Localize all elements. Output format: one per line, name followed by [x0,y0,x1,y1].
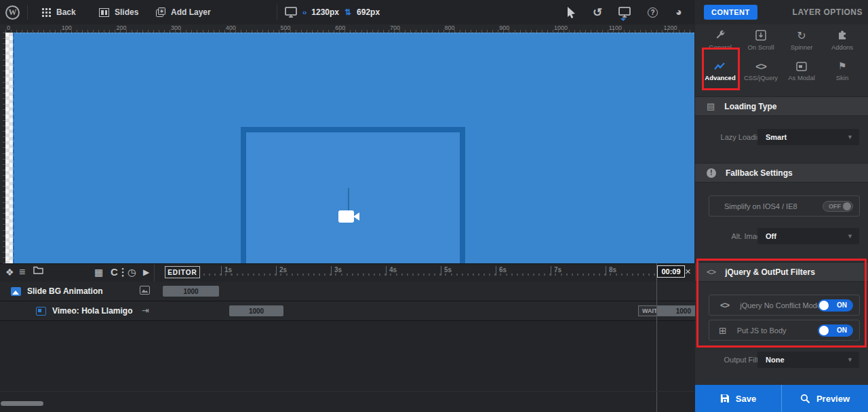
jquery-no-conflict-row: <> jQuery No Conflict Mode ON [709,295,860,316]
panel-header: CONTENT LAYER OPTIONS [695,0,868,24]
folder-icon[interactable] [33,266,43,274]
ruler-number: 900 [499,24,509,31]
play-icon[interactable]: ▶ [143,266,149,278]
timeline-second-label: 1s [221,266,232,276]
slides-icon [99,8,109,17]
ruler-number: 800 [445,24,455,31]
layer-row-label: Vimeo: Hola Llamigo [36,301,132,320]
tab-general[interactable]: General [700,27,741,58]
top-toolbar: W Back Slides Add Layer ‹› 1 [0,0,694,24]
editor-mode-button[interactable]: EDITOR [165,266,200,278]
contrast-button[interactable]: ◕ [675,0,682,24]
tab-label: On Scroll [747,43,774,51]
pointer-tool-button[interactable] [567,0,576,24]
put-js-toggle[interactable]: ON [818,324,853,337]
wordpress-logo-icon[interactable]: W [5,5,20,20]
grid-apps-icon [42,8,51,17]
canvas-height-value[interactable]: 692px [357,7,380,17]
section-fallback-settings[interactable]: ! Fallback Settings [695,163,868,183]
back-label: Back [56,7,76,17]
divider [277,5,277,20]
alt-image-dropdown[interactable]: Off ▼ [757,228,859,244]
layer-options-tab[interactable]: LAYER OPTIONS [793,7,863,17]
toggle-state-label: OFF [829,203,841,210]
stopwatch-icon[interactable]: ◷ [127,266,136,278]
snap-grid-icon[interactable]: ▦ [94,266,103,278]
toggle-knob [819,301,829,310]
panel-footer: Save Preview [695,385,868,412]
tab-on-scroll[interactable]: On Scroll [741,27,781,58]
output-filter-dropdown[interactable]: None ▼ [757,352,859,368]
toggle-state-label: ON [837,326,847,334]
picture-icon[interactable] [140,286,150,295]
code-icon: <> [741,58,781,71]
tab-skin[interactable]: ⚑ Skin [822,58,863,89]
divider [27,5,28,20]
tab-spinner[interactable]: ↻ Spinner [781,27,822,58]
video-camera-icon[interactable] [338,210,354,223]
slider-revolution-editor: W Back Slides Add Layer ‹› 1 [0,0,868,412]
preview-button[interactable]: Preview [782,385,868,412]
monitor-icon[interactable] [285,7,297,18]
tab-addons[interactable]: Addons [822,27,863,58]
save-button[interactable]: Save [695,385,781,412]
slide-content-frame[interactable] [241,127,465,269]
ruler-number: 1100 [609,24,622,31]
tab-label: Skin [836,74,848,81]
duration-bar[interactable]: 1000 [229,305,283,316]
preview-label: Preview [816,394,850,404]
chevron-down-icon: ▼ [847,233,853,240]
divider [0,391,694,392]
section-jquery-output-filters[interactable]: <> jQuery & OutPut Filters [695,262,868,282]
canvas-width-value[interactable]: 1230px [311,7,339,17]
ruler-number: 500 [281,24,291,31]
back-button[interactable]: Back [42,0,76,24]
tab-as-modal[interactable]: As Modal [781,58,822,89]
toggle-knob [843,202,851,210]
content-tab-button[interactable]: CONTENT [704,5,757,20]
timeline-panel: ❖ ≡ ▦ C⋮ ◷ ▶ EDITOR 1s2s3s4s5s6s7s8s 00:… [0,263,695,412]
modal-icon [781,58,822,71]
undo-button[interactable]: ↺ [593,0,602,24]
add-layer-label: Add Layer [171,7,211,17]
simplify-option-row: Simplify on IOS4 / IE8 OFF [709,195,860,217]
simplify-toggle[interactable]: OFF [823,201,853,212]
duration-bar[interactable]: 1000 [163,286,219,297]
dropdown-value: None [766,356,785,364]
timeline-second-label: 3s [331,266,342,276]
timeline-row-slide-bg[interactable]: Slide BG Animation 1000 [0,282,695,301]
tab-label: General [709,43,732,51]
ruler-number: 700 [390,24,400,31]
no-conflict-label: jQuery No Conflict Mode [740,301,821,310]
layers-icon[interactable]: ❖ [5,266,14,278]
menu-icon[interactable]: ≡ [19,266,25,278]
timeline-current-time[interactable]: 00:09 [657,265,685,278]
section-loading-type[interactable]: ▤ Loading Type [695,96,868,116]
horizontal-scrollbar[interactable] [1,401,43,406]
layer-name: Slide BG Animation [27,286,103,296]
help-button[interactable]: ? [648,0,658,24]
section-title: Loading Type [724,102,776,111]
lazy-loading-dropdown[interactable]: Smart ▼ [757,129,859,145]
wait-duration-bar[interactable]: 1000 [656,305,695,316]
slides-button[interactable]: Slides [99,0,138,24]
no-conflict-toggle[interactable]: ON [818,299,853,312]
tab-label: Addons [831,43,853,51]
magnet-icon[interactable]: C⋮ [111,266,128,278]
add-layer-button[interactable]: Add Layer [156,0,211,24]
tab-label: Spinner [791,43,813,51]
tab-advanced[interactable]: Advanced [700,58,741,89]
ruler-number: 600 [335,24,345,31]
close-icon[interactable]: × [685,265,691,277]
tab-css-jquery[interactable]: <> CSS/jQuery [741,58,781,89]
timeline-second-label: 4s [386,266,397,276]
timeline-row-vimeo[interactable]: Vimeo: Hola Llamigo ⇥ 1000 WAIT 1000 [0,301,695,321]
timeline-toolbar: ❖ ≡ ▦ C⋮ ◷ ▶ EDITOR 1s2s3s4s5s6s7s8s 00:… [0,264,695,281]
timeline-playhead[interactable] [656,263,657,412]
monitor-icon [618,7,631,18]
simplify-label: Simplify on IOS4 / IE8 [724,202,797,210]
loading-type-icon: ▤ [707,101,715,111]
contrast-icon: ◕ [675,6,682,18]
timeline-second-label: 8s [606,266,616,276]
jump-to-end-icon[interactable]: ⇥ [142,305,149,316]
